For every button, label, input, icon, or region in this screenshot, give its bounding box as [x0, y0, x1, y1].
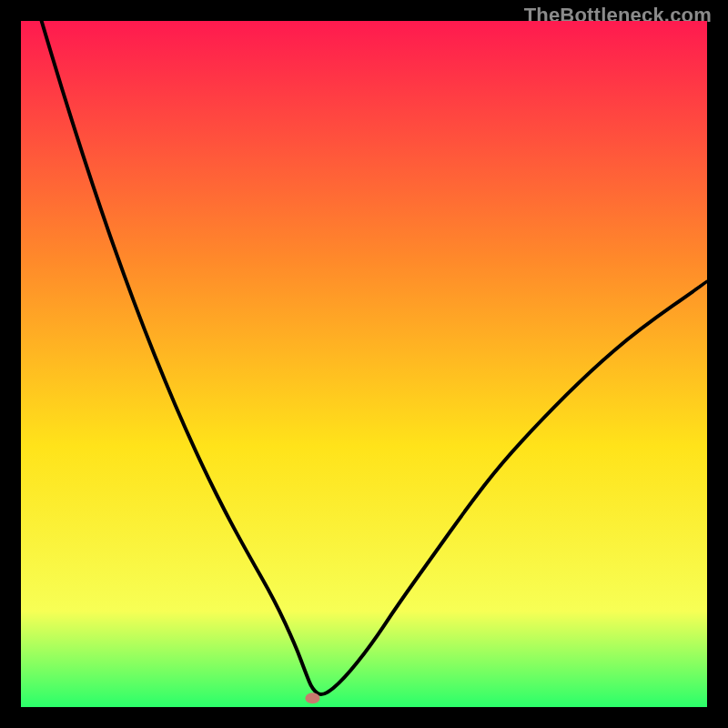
bottleneck-chart [21, 21, 707, 707]
optimal-point-marker [305, 693, 319, 703]
chart-frame: TheBottleneck.com [0, 0, 728, 728]
chart-background [21, 21, 707, 707]
